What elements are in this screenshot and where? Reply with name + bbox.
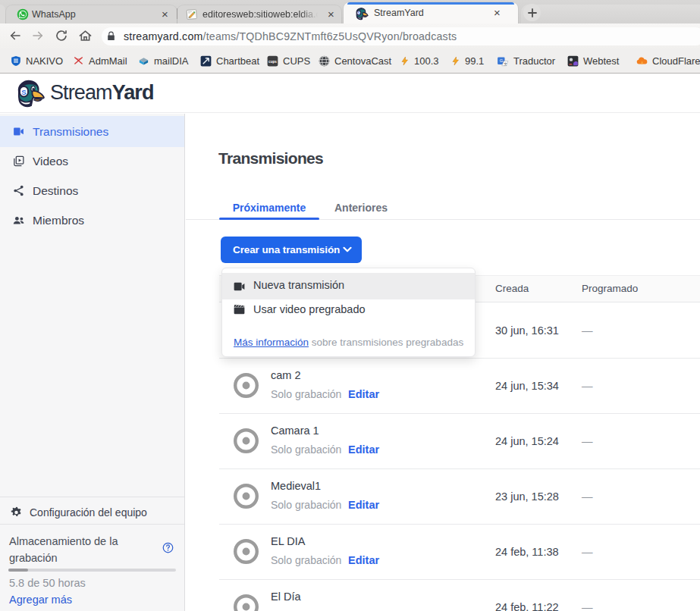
svg-text:G: G — [500, 58, 503, 63]
svg-text:S: S — [358, 11, 360, 15]
svg-text:S: S — [21, 88, 26, 96]
svg-text:文: 文 — [504, 61, 507, 65]
svg-text:cups: cups — [268, 59, 277, 63]
